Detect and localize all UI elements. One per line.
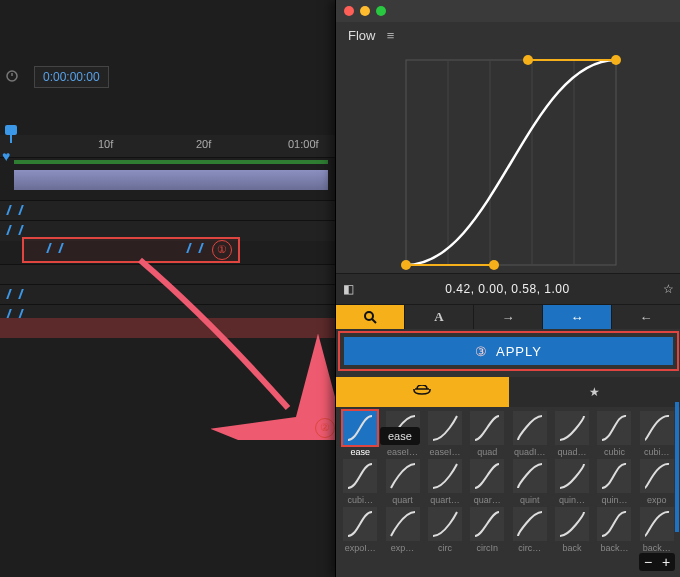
favorite-star-icon[interactable]: ☆ — [655, 282, 680, 296]
zoom-out-button[interactable]: − — [639, 553, 657, 571]
mode-zoom-button[interactable] — [336, 305, 405, 329]
preset-easeI[interactable]: easeI… — [425, 411, 465, 457]
layer-bar[interactable] — [14, 170, 328, 190]
preset-label: back — [554, 543, 590, 553]
curve-editor[interactable] — [336, 48, 680, 273]
preset-quad[interactable]: quad — [467, 411, 507, 457]
preset-quadI[interactable]: quadI… — [510, 411, 550, 457]
preset-cubi[interactable]: cubi… — [637, 411, 677, 457]
preset-expoI[interactable]: expoI… — [340, 507, 380, 553]
preset-label: easeI… — [385, 447, 421, 457]
scrollbar[interactable] — [675, 402, 679, 532]
mode-text-button[interactable]: A — [405, 305, 474, 329]
preset-label: circ… — [512, 543, 548, 553]
mode-row: A → ↔ ← — [336, 305, 680, 329]
preset-ease[interactable]: ease — [340, 411, 380, 457]
preset-label: circIn — [469, 543, 505, 553]
preset-quint[interactable]: quint — [510, 459, 550, 505]
callout-2: ② — [315, 418, 335, 438]
preset-quar[interactable]: quar… — [467, 459, 507, 505]
preset-label: exp… — [385, 543, 421, 553]
preset-quin[interactable]: quin… — [594, 459, 634, 505]
preset-label: quint — [512, 495, 548, 505]
property-row[interactable] — [0, 264, 335, 285]
preset-quad[interactable]: quad… — [552, 411, 592, 457]
current-time-input[interactable]: 0:00:00:00 — [34, 66, 109, 88]
ruler-tick: 20f — [196, 138, 211, 150]
work-area-bar[interactable] — [14, 160, 328, 164]
tab-library[interactable] — [336, 377, 509, 407]
preset-label: expoI… — [342, 543, 378, 553]
preset-label: cubi… — [342, 495, 378, 505]
playhead[interactable] — [10, 127, 12, 143]
preset-quart[interactable]: quart… — [425, 459, 465, 505]
favorite-icon[interactable]: ♥ — [2, 148, 10, 164]
mode-arrow-both-button[interactable]: ↔ — [543, 305, 612, 329]
property-row[interactable] — [0, 200, 335, 221]
preset-circIn[interactable]: circIn — [467, 507, 507, 553]
bezier-value-row: ◧ 0.42, 0.00, 0.58, 1.00 ☆ — [336, 273, 680, 305]
preset-circ[interactable]: circ — [425, 507, 465, 553]
preset-circ[interactable]: circ… — [510, 507, 550, 553]
panel-title: Flow — [348, 28, 375, 43]
preset-quin[interactable]: quin… — [552, 459, 592, 505]
mode-arrow-left-button[interactable]: ← — [612, 305, 680, 329]
window-titlebar — [336, 0, 680, 22]
keyframe-icon[interactable] — [186, 243, 204, 253]
preset-expo[interactable]: expo — [637, 459, 677, 505]
preset-label: quad — [469, 447, 505, 457]
zoom-in-button[interactable]: + — [657, 553, 675, 571]
close-traffic-icon[interactable] — [344, 6, 354, 16]
timeline-panel: 0:00:00:00 10f 20f 01:00f ♥ ① — [0, 0, 335, 577]
tab-favorites[interactable]: ★ — [509, 377, 681, 407]
preset-cubi[interactable]: cubi… — [340, 459, 380, 505]
time-ruler[interactable]: 10f 20f 01:00f — [0, 135, 335, 158]
panel-menu-icon[interactable]: ≡ — [383, 28, 397, 43]
callout-1: ① — [212, 240, 232, 260]
preset-quart[interactable]: quart — [382, 459, 422, 505]
keyframe-icon[interactable] — [6, 289, 24, 299]
zoom-traffic-icon[interactable] — [376, 6, 386, 16]
preset-label: back… — [596, 543, 632, 553]
property-row[interactable] — [0, 284, 335, 305]
apply-callout-box: ③ APPLY — [338, 331, 679, 371]
preset-label: ease — [342, 447, 378, 457]
copy-icon[interactable]: ◧ — [336, 282, 360, 296]
stopwatch-icon[interactable] — [5, 68, 19, 82]
preset-back[interactable]: back… — [594, 507, 634, 553]
zoom-control: − + — [639, 553, 675, 571]
preset-label: quar… — [469, 495, 505, 505]
preset-cubic[interactable]: cubic — [594, 411, 634, 457]
library-tabs: ★ — [336, 377, 680, 407]
keyframe-icon[interactable] — [6, 205, 24, 215]
svg-point-13 — [365, 312, 373, 320]
panel-header: Flow ≡ — [336, 22, 680, 48]
preset-back[interactable]: back — [552, 507, 592, 553]
preset-label: cubic — [596, 447, 632, 457]
svg-point-11 — [523, 55, 533, 65]
preset-back[interactable]: back… — [637, 507, 677, 553]
preset-label: quad… — [554, 447, 590, 457]
keyframe-icon[interactable] — [6, 225, 24, 235]
tooltip: ease — [380, 427, 420, 445]
apply-button[interactable]: ③ APPLY — [344, 337, 673, 365]
svg-point-9 — [401, 260, 411, 270]
bezier-values[interactable]: 0.42, 0.00, 0.58, 1.00 — [360, 282, 655, 296]
apply-button-label: APPLY — [496, 344, 542, 359]
preset-label: back… — [639, 543, 675, 553]
minimize-traffic-icon[interactable] — [360, 6, 370, 16]
svg-point-10 — [489, 260, 499, 270]
error-track — [0, 318, 335, 338]
ruler-tick: 10f — [98, 138, 113, 150]
ruler-tick: 01:00f — [288, 138, 319, 150]
preset-label: quin… — [596, 495, 632, 505]
preset-label: expo — [639, 495, 675, 505]
svg-point-12 — [611, 55, 621, 65]
preset-label: quin… — [554, 495, 590, 505]
preset-label: quart… — [427, 495, 463, 505]
svg-line-14 — [372, 319, 376, 323]
mode-arrow-right-button[interactable]: → — [474, 305, 543, 329]
preset-exp[interactable]: exp… — [382, 507, 422, 553]
preset-label: quart — [385, 495, 421, 505]
keyframe-icon[interactable] — [46, 243, 64, 253]
